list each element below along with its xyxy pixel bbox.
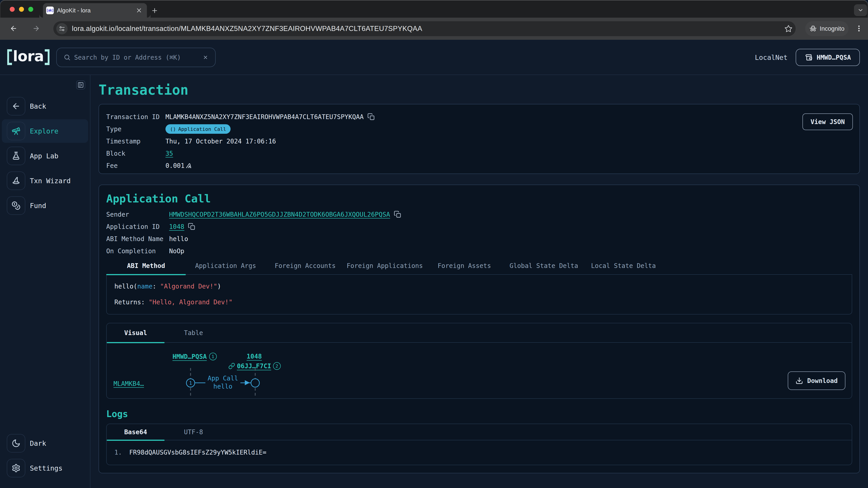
abi-arg-value: "Algorand Dev!" (160, 283, 217, 290)
abi-returns: Returns: "Hello, Algorand Dev!" (114, 297, 844, 307)
close-window-button[interactable] (10, 7, 15, 12)
timestamp-value: Thu, 17 October 2024 17:06:16 (165, 138, 276, 145)
timestamp-row: Timestamp Thu, 17 October 2024 17:06:16 (106, 135, 852, 147)
graph-to-circle (251, 379, 260, 387)
abi-return-value: "Hello, Algorand Dev!" (149, 298, 232, 306)
graph-account-node: HMWD…PQSA 1 (173, 353, 217, 360)
graph-application-node: 1048 (247, 353, 262, 360)
block-row: Block 35 (106, 147, 852, 160)
tab-foreign-assets[interactable]: Foreign Assets (425, 257, 504, 274)
site-settings-icon[interactable] (56, 23, 68, 34)
application-id-link[interactable]: 1048 (169, 223, 184, 230)
download-label: Download (807, 377, 838, 385)
maximize-window-button[interactable] (28, 7, 33, 12)
sidebar-item-explore[interactable]: Explore (2, 119, 88, 143)
log-entry: 1. FR98dQAUSGVsbG8sIEFsZ29yYW5kIERldiE= (114, 447, 844, 458)
tab-application-args[interactable]: Application Args (186, 257, 266, 274)
graph-from-circle: 1 (186, 379, 195, 387)
transaction-visual-box: Visual Table HMWD…PQSA 1 1048 (106, 323, 852, 399)
logs-title: Logs (106, 409, 852, 419)
tab-base64[interactable]: Base64 (107, 424, 164, 440)
tab-utf8[interactable]: UTF-8 (164, 424, 222, 440)
transaction-type-badge: () Application Call (165, 124, 230, 134)
algo-icon (185, 162, 192, 169)
search-icon (64, 54, 71, 61)
transaction-id-row: Transaction ID MLAMKB4ANXZ5NA2XY7ZNF3EAI… (106, 111, 852, 123)
main-content: Transaction Transaction ID MLAMKB4ANXZ5N… (90, 75, 868, 488)
tab-title: AlgoKit - lora (57, 7, 135, 14)
wallet-button[interactable]: HMWD…PQSA (796, 49, 860, 66)
on-completion-row: On Completion NoOp (106, 245, 852, 257)
application-link[interactable]: 1048 (247, 353, 262, 360)
view-json-button[interactable]: View JSON (802, 113, 853, 130)
wizard-hat-icon (7, 171, 25, 190)
search-clear-icon[interactable] (203, 55, 208, 60)
url-text[interactable]: lora.algokit.io/localnet/transaction/MLA… (72, 25, 784, 33)
tab-foreign-accounts[interactable]: Foreign Accounts (266, 257, 345, 274)
account-number-badge: 1 (209, 353, 217, 360)
inner-number-badge: 2 (273, 362, 281, 370)
graph-transaction-link[interactable]: MLAMKB4… (114, 380, 144, 387)
sidebar-item-label: Back (30, 102, 46, 110)
bookmark-star-icon[interactable] (784, 25, 793, 33)
telescope-icon (7, 122, 25, 140)
sidebar-collapse-button[interactable] (76, 80, 85, 90)
sidebar-item-app-lab[interactable]: App Lab (2, 144, 88, 168)
inner-transaction-link[interactable]: 06JJ…F7CI (237, 362, 271, 370)
sidebar-item-label: Dark (30, 440, 46, 447)
abi-method-name-row: ABI Method Name hello (106, 233, 852, 245)
network-label[interactable]: LocalNet (755, 54, 788, 61)
graph-arrow-head (245, 380, 250, 385)
browser-menu-icon[interactable] (855, 25, 863, 32)
minimize-window-button[interactable] (19, 7, 24, 12)
sidebar: Back Explore App Lab (0, 75, 90, 488)
browser-tab[interactable]: [ak] AlgoKit - lora (43, 3, 147, 18)
tab-local-state-delta[interactable]: Local State Delta (584, 257, 663, 274)
forward-icon[interactable] (32, 25, 40, 32)
fee-value: 0.001 (165, 162, 184, 169)
sidebar-item-settings[interactable]: Settings (2, 456, 88, 480)
sender-link[interactable]: HMWDSHQCOPD2T36WBAHLAZ6PO5GDJJZBN4D2TODK… (169, 211, 390, 218)
row-label: Timestamp (106, 138, 160, 145)
abi-signature: hello(name: "Algorand Dev!") (114, 282, 844, 291)
application-call-title: Application Call (106, 192, 852, 205)
flask-icon (7, 147, 25, 165)
search-input[interactable] (74, 54, 203, 61)
transaction-id-value: MLAMKB4ANXZ5NA2XY7ZNF3EAIROHVWPAB4A7CLT6… (165, 113, 364, 121)
tab-abi-method[interactable]: ABI Method (106, 257, 186, 274)
logs-box: Base64 UTF-8 1. FR98dQAUSGVsbG8sIEFsZ29y… (106, 424, 852, 465)
graph-edge-label[interactable]: App Call hello (206, 375, 241, 391)
copy-icon[interactable] (394, 210, 401, 218)
download-button[interactable]: Download (788, 371, 845, 390)
sidebar-item-dark-mode[interactable]: Dark (2, 431, 88, 455)
account-link[interactable]: HMWD…PQSA (173, 353, 207, 360)
tab-foreign-applications[interactable]: Foreign Applications (345, 257, 425, 274)
application-id-row: Application ID 1048 (106, 221, 852, 233)
sidebar-item-fund[interactable]: Fund (2, 194, 88, 217)
url-bar[interactable]: lora.algokit.io/localnet/transaction/MLA… (53, 21, 796, 36)
visual-tabs: Visual Table (107, 323, 852, 343)
logo-word: lora (13, 48, 44, 64)
block-link[interactable]: 35 (165, 150, 173, 157)
browser-toolbar: lora.algokit.io/localnet/transaction/MLA… (0, 18, 868, 40)
search-box[interactable] (56, 48, 216, 67)
sidebar-item-back[interactable]: Back (2, 94, 88, 118)
row-label: Block (106, 150, 160, 157)
lora-logo[interactable]: lora (7, 49, 50, 65)
back-icon[interactable] (10, 25, 18, 32)
tab-visual[interactable]: Visual (107, 323, 164, 342)
row-label: Sender (106, 211, 163, 218)
copy-icon[interactable] (367, 113, 375, 121)
sidebar-item-txn-wizard[interactable]: Txn Wizard (2, 169, 88, 193)
gear-icon (7, 459, 25, 477)
tab-search-button[interactable] (854, 4, 867, 16)
tab-table[interactable]: Table (164, 323, 222, 342)
copy-icon[interactable] (188, 223, 195, 230)
new-tab-button[interactable] (151, 7, 158, 14)
wallet-icon (805, 53, 813, 61)
on-completion-value: NoOp (169, 248, 184, 255)
tab-global-state-delta[interactable]: Global State Delta (504, 257, 584, 274)
tab-close-icon[interactable] (135, 7, 143, 14)
panel-left-close-icon (78, 82, 84, 88)
row-label: Fee (106, 162, 160, 169)
